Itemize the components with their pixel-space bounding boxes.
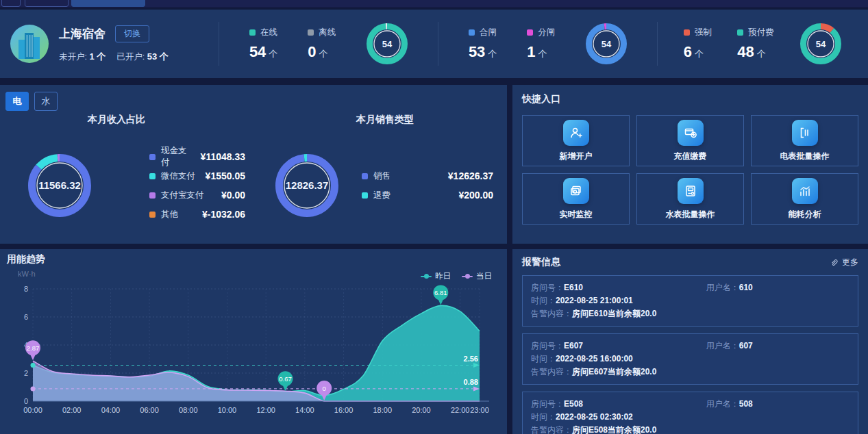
user-add-icon xyxy=(563,120,589,146)
svg-text:18:00: 18:00 xyxy=(373,406,392,414)
svg-text:16:00: 16:00 xyxy=(334,406,354,414)
paperclip-icon xyxy=(830,258,839,267)
opened-count: 已开户: 53 个 xyxy=(116,51,169,63)
svg-text:54: 54 xyxy=(602,39,612,49)
switch-status-section: 合闸 53个 分闸 1个 54 xyxy=(438,10,658,78)
online-status-donut: 54 xyxy=(366,23,408,65)
online-status-section: 在线 54个 离线 0个 54 xyxy=(219,10,438,78)
site-avatar xyxy=(10,24,49,64)
legend-row: 现金支付¥11048.33 xyxy=(149,150,245,164)
legend-square xyxy=(684,29,690,36)
svg-text:12:00: 12:00 xyxy=(256,406,275,414)
alarm-more-link[interactable]: 更多 xyxy=(830,257,858,268)
switch-site-button[interactable]: 切换 xyxy=(115,25,149,42)
recharge-icon xyxy=(678,120,704,146)
svg-text:0: 0 xyxy=(323,385,326,392)
top-tab-1[interactable] xyxy=(1,0,21,7)
quick-entry-title: 快捷入口 xyxy=(522,93,858,105)
alarm-item[interactable]: 房间号：E607用户名：607 时间：2022-08-25 16:00:00 告… xyxy=(522,333,858,385)
legend-row: 其他¥-1032.06 xyxy=(149,207,245,221)
quick-entry-panel: 快捷入口 新增开户 充值缴费 xyxy=(512,85,868,244)
svg-text:00:00: 00:00 xyxy=(23,406,42,414)
monthly-income-donut: 11566.32 xyxy=(27,153,92,218)
quick-entry-grid: 新增开户 充值缴费 电表批量操作 xyxy=(522,115,858,225)
switch-status-donut: 54 xyxy=(585,23,628,65)
legend-square xyxy=(149,154,156,160)
legend-row: 销售¥12626.37 xyxy=(362,169,493,183)
alarm-item[interactable]: 房间号：E508用户名：508 时间：2022-08-25 02:30:02 告… xyxy=(522,392,858,434)
svg-text:6.81: 6.81 xyxy=(434,289,447,296)
finance-panel: 电 水 本月收入占比 本月销售类型 11566.32 12826.37 现金支付… xyxy=(0,85,507,244)
trend-legend: 昨日 当日 xyxy=(421,271,492,281)
svg-text:20:00: 20:00 xyxy=(412,406,431,414)
svg-text:12826.37: 12826.37 xyxy=(286,179,329,191)
legend-square xyxy=(249,29,256,36)
alarm-title: 报警信息 xyxy=(522,256,560,268)
quick-card-recharge[interactable]: 充值缴费 xyxy=(636,115,744,166)
svg-text:22:00: 22:00 xyxy=(451,406,470,414)
legend-today[interactable]: 当日 xyxy=(462,271,492,281)
site-name: 上海宿舍 xyxy=(59,26,106,42)
legend-marker xyxy=(462,276,473,277)
svg-text:0.88: 0.88 xyxy=(464,378,478,386)
stat-open: 分闸 1个 xyxy=(527,27,555,61)
sales-chart-title: 本月销售类型 xyxy=(269,114,501,126)
stat-closed: 合闸 53个 xyxy=(469,27,497,61)
legend-square xyxy=(149,192,156,199)
legend-row: 微信支付¥1550.05 xyxy=(149,169,245,183)
energy-trend-chart: 02468kW·h00:0002:0004:0006:0008:0010:001… xyxy=(0,268,507,433)
header-stats-strip: 上海宿舍 切换 未开户: 1 个 已开户: 53 个 在线 54个 离线 0个 … xyxy=(0,10,868,78)
legend-row: 退费¥200.00 xyxy=(362,188,493,202)
energy-analysis-icon xyxy=(792,178,818,204)
legend-row: 支付宝支付¥0.00 xyxy=(149,188,245,202)
legend-square xyxy=(308,29,314,36)
svg-text:0.67: 0.67 xyxy=(279,375,292,383)
electric-meter-icon xyxy=(792,120,818,146)
sales-legend: 销售¥12626.37 退费¥200.00 xyxy=(362,169,493,202)
svg-text:54: 54 xyxy=(382,39,393,49)
svg-text:04:00: 04:00 xyxy=(101,406,121,414)
top-tab-2[interactable] xyxy=(25,0,69,7)
legend-square xyxy=(527,29,533,36)
svg-text:2.56: 2.56 xyxy=(464,355,478,363)
svg-text:2.87: 2.87 xyxy=(27,344,40,352)
utility-tabs: 电 水 xyxy=(5,92,58,111)
alarm-item[interactable]: 房间号：E610用户名：610 时间：2022-08-25 21:00:01 告… xyxy=(522,275,858,327)
water-meter-icon xyxy=(678,178,704,204)
energy-trend-panel: 用能趋势 昨日 当日 02468kW·h00:0002:0004:0006:00… xyxy=(0,249,507,434)
svg-text:02:00: 02:00 xyxy=(62,406,82,414)
monitor-icon xyxy=(563,178,589,204)
svg-text:8: 8 xyxy=(24,285,28,293)
svg-text:54: 54 xyxy=(816,39,826,49)
svg-text:23:00: 23:00 xyxy=(470,406,489,414)
quick-card-energy-analysis[interactable]: 能耗分析 xyxy=(751,173,858,225)
svg-text:10:00: 10:00 xyxy=(218,406,237,414)
alarm-panel: 报警信息 更多 房间号：E610用户名：610 时间：2022-08-25 21… xyxy=(512,249,868,434)
legend-square xyxy=(362,173,368,179)
svg-text:08:00: 08:00 xyxy=(179,406,198,414)
stat-offline: 离线 0个 xyxy=(308,27,336,61)
quick-card-realtime-monitor[interactable]: 实时监控 xyxy=(522,173,630,225)
stat-prepaid: 预付费 48个 xyxy=(737,27,774,61)
legend-yesterday[interactable]: 昨日 xyxy=(421,271,451,281)
quick-card-new-account[interactable]: 新增开户 xyxy=(522,115,630,166)
svg-text:kW·h: kW·h xyxy=(18,270,36,278)
stat-online: 在线 54个 xyxy=(249,27,277,61)
legend-square xyxy=(149,173,156,179)
legend-square xyxy=(469,29,475,36)
income-chart-title: 本月收入占比 xyxy=(0,114,233,126)
tab-water[interactable]: 水 xyxy=(34,92,58,111)
income-legend: 现金支付¥11048.33 微信支付¥1550.05 支付宝支付¥0.00 其他… xyxy=(149,150,245,221)
quick-card-water-meter-batch[interactable]: 水表批量操作 xyxy=(636,173,744,225)
legend-square xyxy=(737,29,743,36)
quick-card-electric-meter-batch[interactable]: 电表批量操作 xyxy=(751,115,858,166)
trend-title: 用能趋势 xyxy=(7,253,45,266)
monthly-sales-donut: 12826.37 xyxy=(275,153,339,218)
unopened-count: 未开户: 1 个 xyxy=(59,51,106,63)
stat-forced: 强制 6个 xyxy=(684,27,712,61)
legend-square xyxy=(362,192,368,199)
svg-text:14:00: 14:00 xyxy=(295,406,314,414)
site-section: 上海宿舍 切换 未开户: 1 个 已开户: 53 个 xyxy=(0,10,219,78)
tab-electricity[interactable]: 电 xyxy=(5,92,29,111)
top-tab-active[interactable] xyxy=(71,0,145,7)
